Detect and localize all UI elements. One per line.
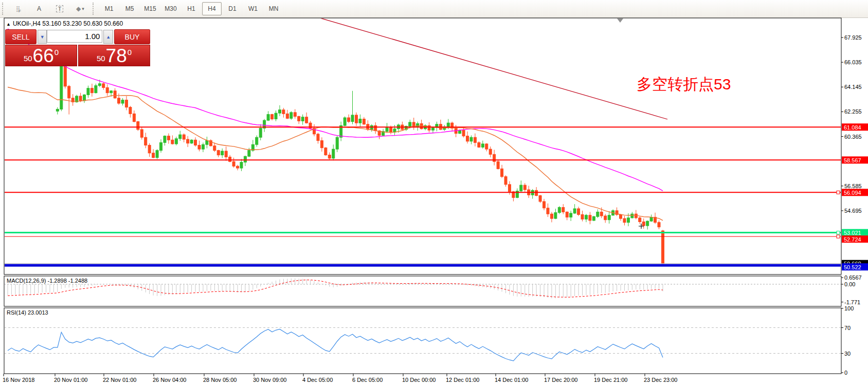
candle: [539, 196, 541, 201]
candle: [133, 114, 135, 121]
chart-annotation-text: 多空转折点53: [637, 74, 731, 95]
level-marker[interactable]: [837, 235, 840, 238]
candle: [83, 95, 86, 100]
candle: [355, 115, 357, 123]
candle: [577, 209, 580, 214]
candle: [474, 137, 476, 142]
candle: [68, 86, 70, 98]
candle: [110, 91, 113, 93]
candle: [317, 134, 319, 141]
candle: [248, 151, 250, 156]
candle: [137, 122, 139, 130]
candle: [206, 141, 208, 145]
candle: [102, 84, 105, 88]
rsi-pane[interactable]: [4, 308, 841, 374]
candle: [581, 214, 584, 219]
candle: [232, 161, 235, 166]
candle: [543, 201, 546, 208]
candle: [631, 214, 634, 218]
macd-pane[interactable]: [4, 276, 841, 306]
candle: [202, 144, 204, 149]
one-click-trade-panel: SELL ▼ ▲ BUY 50 66 0 50 78 0: [5, 29, 150, 66]
level-marker[interactable]: [837, 231, 840, 234]
candle: [485, 144, 488, 149]
candle: [328, 155, 331, 158]
candle: [187, 139, 189, 143]
candle: [129, 107, 132, 114]
bid-quote[interactable]: 50 66 0: [5, 45, 77, 66]
candle: [229, 157, 231, 161]
candle: [547, 208, 549, 214]
candle: [351, 115, 354, 122]
candle: [237, 166, 239, 168]
level-marker[interactable]: [837, 191, 840, 194]
candle: [140, 130, 143, 137]
candle: [550, 214, 553, 218]
candle: [343, 118, 346, 125]
candle: [562, 207, 565, 212]
candle: [286, 114, 288, 118]
candle: [504, 177, 507, 185]
time-tick: 6 Dec 05:00: [352, 377, 383, 383]
macd-axis-tick: 0.6567: [844, 274, 862, 281]
candle: [275, 113, 277, 119]
time-tick: 10 Dec 00:00: [402, 377, 436, 383]
candle: [359, 119, 361, 123]
svg-text:53.021: 53.021: [844, 230, 861, 236]
svg-text:58.567: 58.567: [844, 157, 861, 163]
candle: [213, 146, 216, 151]
candle: [363, 119, 365, 124]
candle: [478, 142, 480, 147]
candle: [462, 130, 465, 136]
ask-quote[interactable]: 50 78 0: [78, 45, 150, 66]
candle: [646, 221, 649, 226]
candle: [336, 137, 338, 149]
candle: [156, 151, 158, 158]
candle: [566, 212, 568, 217]
candle: [56, 109, 59, 111]
price-tick: 56.585: [844, 183, 862, 189]
svg-text:50.522: 50.522: [844, 264, 861, 270]
candle: [520, 185, 522, 191]
candle: [118, 98, 120, 103]
candle: [650, 217, 653, 222]
volume-input[interactable]: [47, 30, 102, 43]
time-tick: 12 Dec 01:00: [446, 377, 479, 383]
time-tick: 20 Nov 01:00: [54, 377, 87, 383]
candle: [386, 127, 388, 132]
candle: [409, 122, 411, 126]
candle: [393, 129, 396, 132]
candle: [573, 209, 576, 213]
candle: [175, 139, 177, 144]
candle: [390, 127, 392, 132]
candle: [320, 141, 323, 148]
candle: [466, 136, 469, 141]
volume-increase-button[interactable]: ▲: [103, 30, 113, 44]
time-tick: 23 Dec 23:00: [644, 377, 677, 383]
candle: [240, 162, 243, 168]
candle: [87, 88, 89, 95]
price-tick: 54.695: [844, 208, 862, 214]
candle: [301, 117, 304, 121]
sell-button[interactable]: SELL: [5, 29, 37, 44]
candle: [623, 218, 626, 223]
candle: [125, 100, 128, 107]
candle: [60, 64, 63, 109]
price-tick: 67.925: [844, 34, 862, 41]
volume-decrease-button[interactable]: ▼: [38, 30, 47, 44]
bid-big-digits: 66: [33, 46, 54, 65]
candle: [324, 148, 327, 155]
candle: [267, 115, 269, 120]
candle: [570, 213, 572, 217]
candle: [217, 151, 220, 155]
candle: [298, 116, 300, 121]
time-tick: 16 Nov 2018: [3, 377, 34, 383]
time-tick: 17 Dec 20:00: [544, 377, 577, 383]
candle: [152, 153, 155, 158]
candle: [171, 140, 174, 144]
svg-text:61.084: 61.084: [844, 124, 861, 131]
candle: [447, 123, 449, 127]
candle: [489, 149, 492, 154]
buy-button[interactable]: BUY: [114, 29, 150, 44]
time-tick: 14 Dec 01:00: [495, 377, 528, 383]
